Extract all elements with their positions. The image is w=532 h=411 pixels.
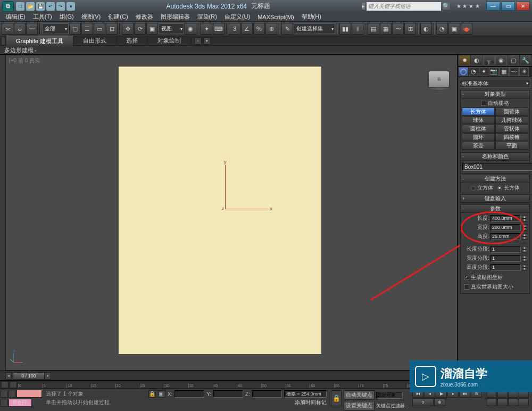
minimize-button[interactable]: — xyxy=(486,2,500,11)
menu-group[interactable]: 组(G) xyxy=(57,13,77,21)
menu-rendering[interactable]: 渲染(R) xyxy=(195,13,220,21)
lensegs-spinner-arrows[interactable]: ▲▼ xyxy=(522,246,527,252)
selection-filter[interactable]: 全部 xyxy=(42,23,69,34)
create-tab-icon[interactable]: ✹ xyxy=(459,55,470,65)
align-icon[interactable]: ⫴ xyxy=(352,23,363,35)
select-scale-icon[interactable]: ▣ xyxy=(146,23,158,35)
undo-icon[interactable]: ↶ xyxy=(46,2,55,11)
height-spinner[interactable] xyxy=(491,233,521,240)
set-key-button[interactable]: 设置关键点 xyxy=(344,401,375,410)
link-icon[interactable]: ⫘ xyxy=(2,23,13,35)
unlink-icon[interactable]: ⫝ xyxy=(14,23,26,35)
time-prev-icon[interactable]: ◂ xyxy=(5,372,12,380)
ref-coord-system[interactable]: 视图 xyxy=(159,23,184,34)
genmap-checkbox[interactable]: ✓ xyxy=(464,275,469,280)
viewport-front[interactable]: [+0 前 0 真实 前 xyxy=(5,55,458,371)
region-zoom-icon[interactable] xyxy=(508,398,518,406)
angle-snap-icon[interactable]: ∠ xyxy=(241,23,253,35)
window-crossing-icon[interactable]: ⊡ xyxy=(106,23,118,35)
maximize-button[interactable]: ▭ xyxy=(501,2,515,11)
display-tab-icon[interactable]: ▢ xyxy=(508,55,519,65)
select-move-icon[interactable]: ✥ xyxy=(122,23,134,35)
spacewarps-category-icon[interactable]: 〰 xyxy=(509,67,519,76)
trackbar-mini-icon[interactable] xyxy=(10,381,17,388)
utilities-tab-icon[interactable]: 🔧 xyxy=(520,55,531,65)
hgtsegs-spinner[interactable] xyxy=(491,264,521,271)
schematic-view-icon[interactable]: ⊞ xyxy=(404,23,416,35)
shapes-category-icon[interactable]: ◔ xyxy=(469,67,478,76)
radio-box[interactable] xyxy=(497,186,502,191)
ribbon-tab-freeform[interactable]: 自由形式 xyxy=(73,36,117,46)
lock-selection-icon[interactable]: 🔒 xyxy=(148,390,156,398)
viewport-object-plane[interactable] xyxy=(119,67,321,354)
ribbon-minimize-icon[interactable]: ▫ xyxy=(194,37,202,45)
rollout-title-objtype[interactable]: -对象类型 xyxy=(461,91,529,98)
current-frame-field[interactable]: 0 xyxy=(412,398,434,406)
width-spinner-arrows[interactable]: ▲▼ xyxy=(522,224,527,231)
primitive-tube-button[interactable]: 管状体 xyxy=(495,125,528,133)
material-editor-icon[interactable]: ◐ xyxy=(420,23,432,35)
here-row-button[interactable]: 所在行: xyxy=(9,399,32,407)
coord-y-field[interactable] xyxy=(213,390,243,398)
add-time-tag[interactable]: 添加时间标记 xyxy=(295,399,327,406)
macro-rec-field[interactable] xyxy=(16,390,42,398)
redo-icon[interactable]: ↷ xyxy=(56,2,65,11)
rollout-title-namecolor[interactable]: -名称和颜色 xyxy=(461,153,529,161)
ribbon-handle[interactable] xyxy=(1,37,5,45)
keyboard-shortcut-icon[interactable]: ⌨ xyxy=(213,23,225,35)
ribbon-panel-polymodeling[interactable]: 多边形建模 xyxy=(4,46,37,54)
widsegs-spinner[interactable] xyxy=(491,255,521,262)
lensegs-spinner[interactable] xyxy=(491,246,521,253)
layer-manager-icon[interactable]: ▤ xyxy=(368,23,379,35)
hgtsegs-spinner-arrows[interactable]: ▲▼ xyxy=(522,264,527,270)
primitive-teapot-button[interactable]: 茶壶 xyxy=(462,142,495,150)
ribbon-tab-selection[interactable]: 选择 xyxy=(117,36,148,46)
zoom-extents-icon[interactable] xyxy=(487,398,497,406)
curve-editor-icon[interactable]: 〜 xyxy=(392,23,404,35)
hierarchy-tab-icon[interactable]: ┬ xyxy=(483,55,495,65)
geometry-category-icon[interactable]: ◯ xyxy=(459,67,468,76)
systems-category-icon[interactable]: ✳ xyxy=(519,67,529,76)
cameras-category-icon[interactable]: 📷 xyxy=(489,67,498,76)
realworld-checkbox[interactable] xyxy=(464,284,469,290)
object-name-field[interactable] xyxy=(462,163,532,171)
coord-x-field[interactable] xyxy=(174,390,204,398)
prompt-icon[interactable] xyxy=(1,399,8,407)
ribbon-tab-objpaint[interactable]: 对象绘制 xyxy=(148,36,191,46)
use-pivot-center-icon[interactable]: ◉ xyxy=(185,23,196,35)
zoom-all-icon[interactable] xyxy=(497,398,508,406)
save-icon[interactable]: 💾 xyxy=(36,2,45,11)
viewcube-compass[interactable] xyxy=(426,87,452,91)
primitive-torus-button[interactable]: 圆环 xyxy=(462,133,495,141)
new-icon[interactable]: □ xyxy=(16,2,24,11)
select-rotate-icon[interactable]: ⟳ xyxy=(134,23,146,35)
widsegs-spinner-arrows[interactable]: ▲▼ xyxy=(522,255,527,261)
ribbon-expand-icon[interactable]: ▾ xyxy=(203,37,211,45)
menu-maxscript[interactable]: MAXScript(M) xyxy=(255,14,296,20)
time-next-icon[interactable]: ▸ xyxy=(45,372,51,380)
viewcube[interactable]: 前 xyxy=(429,71,449,87)
primitive-cylinder-button[interactable]: 圆柱体 xyxy=(462,125,495,133)
isolate-lock-icon[interactable]: 🔒 xyxy=(331,390,342,406)
radio-cube[interactable] xyxy=(471,186,476,191)
viewport-label[interactable]: [+0 前 0 真实 xyxy=(9,57,40,64)
height-spinner-arrows[interactable]: ▲▼ xyxy=(522,233,527,240)
snap-toggle-icon[interactable]: 3 xyxy=(229,23,240,35)
primitive-box-button[interactable]: 长方体 xyxy=(462,108,495,116)
graphite-toggle-icon[interactable]: ▦ xyxy=(380,23,392,35)
trackbar-toggle-icon[interactable] xyxy=(1,381,9,388)
bind-spacewarp-icon[interactable]: 〰 xyxy=(26,23,38,35)
edit-named-sel-icon[interactable]: ✎ xyxy=(281,23,293,35)
render-setup-icon[interactable]: ◔ xyxy=(436,23,448,35)
length-spinner-arrows[interactable]: ▲▼ xyxy=(522,215,527,221)
infocenter-icon[interactable]: ▸ xyxy=(362,3,365,10)
modify-tab-icon[interactable]: ◐ xyxy=(471,55,483,65)
coord-mode-icon[interactable]: ▣ xyxy=(158,390,165,398)
menu-modifiers[interactable]: 修改器 xyxy=(133,13,156,21)
search-go-icon[interactable]: 🔍 xyxy=(443,3,450,10)
primitive-sphere-button[interactable]: 球体 xyxy=(462,116,495,124)
menu-grapheditors[interactable]: 图形编辑器 xyxy=(158,13,193,21)
menu-edit[interactable]: 编辑(E) xyxy=(3,13,28,21)
mirror-icon[interactable]: ▮▮ xyxy=(339,23,351,35)
menu-customize[interactable]: 自定义(U) xyxy=(222,13,253,21)
